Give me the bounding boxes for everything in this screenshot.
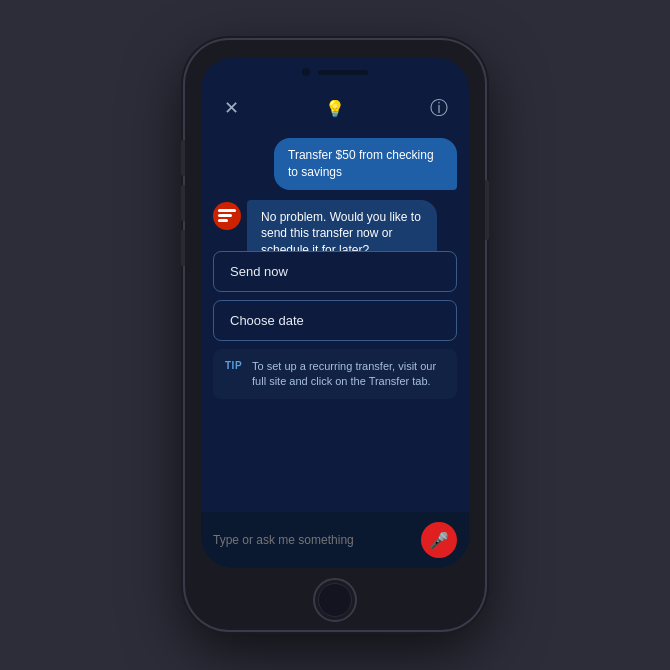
mic-button[interactable]: 🎤 [421,522,457,558]
send-now-label: Send now [230,264,288,279]
bot-bubble-wrap: No problem. Would you like to send this … [247,200,437,251]
user-message-text: Transfer $50 from checking to savings [288,148,434,179]
phone-frame: ✕ 💡 ⓘ Transfer $50 from checking to savi… [185,40,485,630]
chat-header: ✕ 💡 ⓘ [201,86,469,130]
chat-area: Transfer $50 from checking to savings No… [201,130,469,251]
bulb-icon: 💡 [325,99,345,118]
close-button[interactable]: ✕ [217,94,245,122]
tip-label: TIP [225,360,242,371]
close-icon: ✕ [224,97,239,119]
logo-stripe-3 [218,219,228,222]
bot-logo [218,209,236,223]
logo-stripe-1 [218,209,236,212]
home-button[interactable] [313,578,357,622]
tip-text: To set up a recurring transfer, visit ou… [252,359,445,390]
bot-message-row: No problem. Would you like to send this … [213,200,457,251]
chat-input[interactable] [213,533,413,547]
choose-date-label: Choose date [230,313,304,328]
mic-icon: 🎤 [429,531,449,550]
camera-dot [302,68,310,76]
info-button[interactable]: ⓘ [425,94,453,122]
bot-avatar [213,202,241,230]
action-buttons: Send now Choose date [201,251,469,341]
info-icon: ⓘ [430,96,448,120]
input-area: 🎤 [201,512,469,568]
header-center: 💡 [325,99,345,118]
user-message-bubble: Transfer $50 from checking to savings [274,138,457,190]
home-button-inner [318,583,352,617]
speaker [318,70,368,75]
bot-message-bubble: No problem. Would you like to send this … [247,200,437,251]
phone-screen: ✕ 💡 ⓘ Transfer $50 from checking to savi… [201,58,469,568]
home-button-area [185,568,485,630]
send-now-button[interactable]: Send now [213,251,457,292]
chat-spacer [201,407,469,512]
logo-stripe-2 [218,214,232,217]
phone-top-bar [201,58,469,86]
bot-message-text: No problem. Would you like to send this … [261,210,421,251]
choose-date-button[interactable]: Choose date [213,300,457,341]
tip-box: TIP To set up a recurring transfer, visi… [213,349,457,400]
